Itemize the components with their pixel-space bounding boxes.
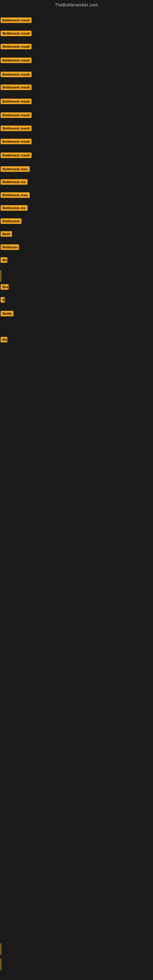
bottleneck-badge-21: B [1,297,5,302]
bottleneck-badge-8: Bottleneck result [1,112,32,118]
bottleneck-badge-22: Bottle [1,311,13,317]
bottleneck-result-row-10: Bottleneck result [1,139,32,145]
bottleneck-result-row-17: Bottl [1,231,12,238]
bottleneck-badge-6: Bottleneck result [1,84,32,90]
bottleneck-result-row-18: Bottlenec [1,244,19,251]
bottleneck-badge-1: Bottleneck result [1,18,32,23]
bottleneck-badge-15: Bottleneck res [1,205,27,211]
bottleneck-result-row-2: Bottleneck result [1,30,32,37]
bottleneck-badge-10: Bottleneck result [1,139,32,144]
bottleneck-badge-12: Bottleneck resu [1,166,30,172]
bottleneck-result-row-12: Bottleneck resu [1,166,30,173]
site-title: TheBottlenecker.com [0,0,153,10]
bottleneck-result-row-13: Bottleneck res [1,179,27,186]
bottleneck-badge-18: Bottlenec [1,244,19,250]
bottleneck-badge-2: Bottleneck result [1,30,32,36]
bottleneck-result-row-22: Bottle [1,311,13,318]
bottleneck-result-row-21: B [1,297,5,304]
bottleneck-result-row-7: Bottleneck result [1,99,32,105]
vertical-line-2 [1,943,1,955]
bottleneck-badge-16: Bottleneck [1,218,21,224]
bottleneck-result-row-9: Bottleneck result [1,126,32,132]
bottleneck-badge-4: Bottleneck result [1,57,32,63]
bottleneck-result-row-16: Bottleneck [1,218,21,225]
bottleneck-result-row-19: Bo [1,257,7,264]
bottleneck-result-row-8: Bottleneck result [1,112,32,119]
vertical-line-1 [1,270,1,282]
bottleneck-badge-9: Bottleneck result [1,126,32,131]
bottleneck-result-row-15: Bottleneck res [1,205,27,212]
bottleneck-badge-5: Bottleneck result [1,72,32,77]
bottleneck-badge-19: Bo [1,257,7,263]
bottleneck-result-row-1: Bottleneck result [1,18,32,24]
bottleneck-result-row-23: Bo [1,337,7,344]
bottleneck-result-row-4: Bottleneck result [1,57,32,64]
bottleneck-result-row-3: Bottleneck result [1,44,32,51]
bottleneck-badge-17: Bottl [1,231,12,237]
vertical-line-3 [1,959,1,970]
bottleneck-badge-20: Bot [1,284,9,290]
bottleneck-result-row-20: Bot [1,284,9,291]
bottleneck-result-row-6: Bottleneck result [1,84,32,91]
bottleneck-result-row-5: Bottleneck result [1,72,32,78]
bottleneck-badge-7: Bottleneck result [1,99,32,104]
bottleneck-result-row-11: Bottleneck result [1,153,32,159]
bottleneck-badge-14: Bottleneck resu [1,192,30,198]
bottleneck-badge-13: Bottleneck res [1,179,27,185]
bottleneck-badge-3: Bottleneck result [1,44,32,49]
bottleneck-badge-11: Bottleneck result [1,153,32,158]
bottleneck-badge-23: Bo [1,337,7,342]
bottleneck-result-row-14: Bottleneck resu [1,192,30,199]
